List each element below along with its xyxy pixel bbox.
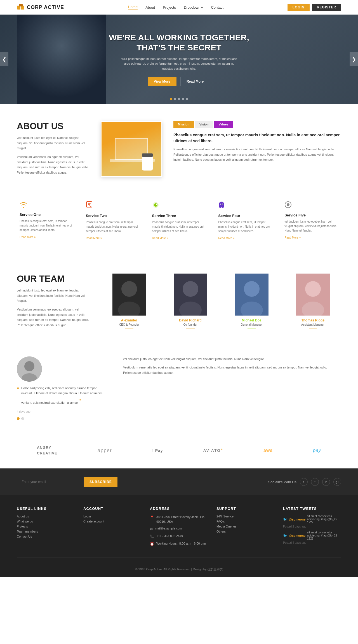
footer: USEFUL LINKS About us What we do Project… (0, 495, 358, 577)
about-text-2: Vestibulum venenatis leo eget ex aliquam… (17, 154, 90, 175)
tweets-title: LATEST TWEETS (283, 507, 341, 511)
brand-name: CORP ACTIVE (27, 4, 64, 10)
service-readmore-4[interactable]: Read More » (218, 237, 234, 240)
read-more-button[interactable]: Read More (180, 77, 210, 86)
newsletter-email-input[interactable] (17, 477, 84, 487)
location-icon: 📍 (150, 515, 154, 520)
team-line-4 (309, 328, 317, 328)
service-card-3: Service Three Phasellus congue erat sem,… (149, 201, 209, 240)
hero-dot-2[interactable] (174, 98, 176, 100)
tab-values[interactable]: Values (214, 121, 233, 128)
hero-dot-4[interactable] (182, 98, 184, 100)
login-button[interactable]: LOGIN (288, 4, 310, 11)
hero-dot-3[interactable] (178, 98, 180, 100)
footer-link-login[interactable]: Login (83, 515, 142, 518)
tweet-handle-1[interactable]: @someone (289, 518, 305, 521)
hero-dot-5[interactable] (186, 98, 188, 100)
hero-next-button[interactable]: ❯ (350, 52, 358, 66)
footer-link-about[interactable]: About us (17, 515, 75, 518)
team-role-3: General Manager (223, 323, 280, 326)
chevron-down-icon: ▾ (201, 5, 203, 10)
footer-link-what[interactable]: What we do (17, 520, 75, 523)
service-title-1: Service One (20, 213, 74, 217)
team-member-3: Michael Doe General Manager (223, 274, 280, 328)
brand-aviato: AVIATO★ (203, 448, 223, 454)
footer-link-faq[interactable]: FAQ's (216, 520, 275, 523)
footer-link-create-account[interactable]: Create account (83, 520, 142, 523)
nav-home[interactable]: Home (128, 5, 138, 10)
team-grid: Alexander CEO & Founder David Richard Co… (101, 274, 341, 328)
footer-grid: USEFUL LINKS About us What we do Project… (17, 507, 341, 549)
team-photo-1 (112, 274, 146, 316)
footer-link-team[interactable]: Team members (17, 530, 75, 533)
team-role-2: Co-founder (162, 323, 219, 326)
footer-link-247[interactable]: 24/7 Service (216, 515, 275, 518)
address-item-4: ⏰ Working Hours : 8:00 a.m - 6:00 p.m (150, 541, 208, 547)
service-readmore-1[interactable]: Read More » (20, 235, 36, 239)
footer-link-others[interactable]: Others (216, 530, 275, 533)
tweet-handle-2[interactable]: @someone (289, 534, 305, 537)
service-readmore-2[interactable]: Read More » (86, 237, 102, 240)
svg-point-7 (156, 204, 157, 205)
twitter-bird-icon: 🐦 (283, 517, 287, 521)
testimonial-right-text-2: Vestibulum venenatis leo eget ex aliquam… (123, 365, 341, 375)
email-icon: ✉ (150, 526, 153, 531)
wifi-icon (20, 201, 74, 210)
tab-mission[interactable]: Mission (173, 121, 194, 128)
tab-vision[interactable]: Vision (195, 121, 213, 128)
testimonial-right-text-1: vel tincidunt justo leo eget ex Nam vel … (123, 356, 341, 362)
about-image (101, 121, 162, 177)
team-member-1: Alexander CEO & Founder (101, 274, 157, 328)
service-readmore-5[interactable]: Read More » (284, 236, 301, 239)
testimonial-dot-2[interactable] (21, 417, 24, 420)
hero-subtitle: nulla pellentesque mi non laoreet eleife… (120, 57, 238, 71)
nav-about[interactable]: About (145, 5, 155, 10)
view-more-button[interactable]: View More (148, 77, 176, 86)
brand-angry-creative: ANGRYCREATIVE (37, 445, 57, 457)
testimonial-left: " Polite sadipscing elitr, sed diam nonu… (17, 356, 106, 420)
footer-link-projects[interactable]: Projects (17, 525, 75, 528)
about-section: ABOUT US vel tincidunt justo leo eget ex… (0, 104, 358, 190)
twitter-icon[interactable]: t (311, 478, 319, 486)
testimonial-quote: " Polite sadipscing elitr, sed diam nonu… (17, 386, 106, 407)
linkedin-icon[interactable]: in (322, 478, 330, 486)
clock-icon: ⏰ (150, 542, 154, 547)
brand-logo-icon (17, 3, 25, 11)
service-card-5: Service Five vel tincidunt justo leo ege… (282, 201, 341, 240)
nav-contact[interactable]: Contact (211, 5, 223, 10)
hero-dots (170, 98, 188, 100)
brand-pay: pay (313, 448, 321, 454)
address-item-3: 📞 +112 367 898 2449 (150, 534, 208, 539)
hero-prev-button[interactable]: ❮ (0, 52, 8, 66)
testimonial-right: vel tincidunt justo leo eget ex Nam vel … (123, 356, 341, 375)
ghost-icon (218, 201, 272, 211)
googleplus-icon[interactable]: g+ (333, 478, 341, 486)
testimonial-dot-1[interactable] (17, 417, 20, 420)
hero-dot-1[interactable] (170, 98, 172, 100)
tweet-item-1: 🐦 @someone sit amet consectetur adipisci… (283, 515, 341, 528)
subscribe-button[interactable]: SUBSCRIBE (84, 477, 117, 487)
nav-projects[interactable]: Projects (163, 5, 176, 10)
facebook-icon[interactable]: f (300, 478, 308, 486)
extra-service-icon (284, 201, 338, 210)
svg-point-11 (222, 204, 223, 204)
support-title: SUPPORT (216, 507, 275, 511)
socialize-label: Socialize With Us (268, 480, 296, 484)
about-img-inner (102, 122, 161, 176)
twitter-bird-icon-2: 🐦 (283, 534, 287, 538)
brand-apper: apper (98, 448, 112, 455)
nav-dropdown[interactable]: Dropdown ▾ (184, 5, 203, 10)
tweet-date-1: Posted 2 days ago (283, 525, 341, 528)
team-name-4: Thomas Ridge (284, 318, 341, 322)
svg-point-27 (24, 361, 34, 371)
nav-links: Home About Projects Dropdown ▾ Contact (128, 5, 223, 10)
footer-link-media[interactable]: Media Queries (216, 525, 275, 528)
footer-link-contact[interactable]: Contact Us (17, 535, 75, 538)
team-left: OUR TEAM vel tincidunt justo leo eget ex… (17, 274, 90, 331)
team-text-1: vel tincidunt justo leo eget ex Nam vel … (17, 288, 90, 304)
service-readmore-3[interactable]: Read More » (152, 237, 168, 240)
team-section: OUR TEAM vel tincidunt justo leo eget ex… (0, 257, 358, 342)
brand[interactable]: CORP ACTIVE (17, 3, 64, 11)
testimonial-section: " Polite sadipscing elitr, sed diam nonu… (0, 342, 358, 434)
register-button[interactable]: REGISTER (312, 4, 341, 11)
